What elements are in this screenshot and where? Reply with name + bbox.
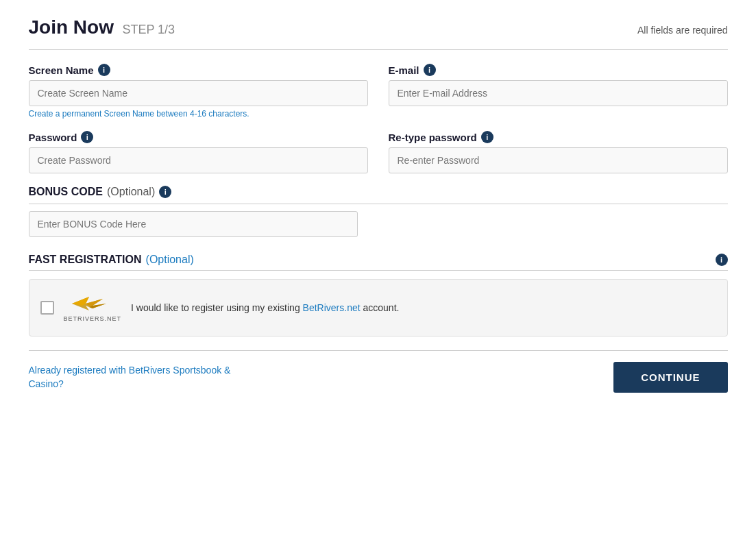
row-screen-name-email: Screen Name i Create a permanent Screen … bbox=[29, 64, 728, 119]
continue-button[interactable]: CONTINUE bbox=[613, 362, 727, 393]
header-row: Join Now STEP 1/3 All fields are require… bbox=[29, 16, 728, 38]
row-password: Password i Re-type password i bbox=[29, 131, 728, 173]
screen-name-hint: Create a permanent Screen Name between 4… bbox=[29, 109, 368, 119]
bonus-code-input[interactable] bbox=[29, 211, 358, 237]
retype-password-label: Re-type password bbox=[389, 132, 477, 143]
bonus-label-row: BONUS CODE (Optional) i bbox=[29, 186, 728, 198]
password-label-row: Password i bbox=[29, 131, 368, 143]
password-label: Password bbox=[29, 132, 77, 143]
screen-name-label-row: Screen Name i bbox=[29, 64, 368, 76]
fast-reg-divider bbox=[29, 270, 728, 271]
fast-reg-box: BETRIVERS.NET I would like to register u… bbox=[29, 279, 728, 337]
email-group: E-mail i bbox=[389, 64, 728, 119]
retype-password-info-icon[interactable]: i bbox=[481, 131, 493, 143]
retype-password-group: Re-type password i bbox=[389, 131, 728, 173]
already-registered-link[interactable]: Already registered with BetRivers Sports… bbox=[29, 364, 231, 391]
screen-name-info-icon[interactable]: i bbox=[98, 64, 110, 76]
page-title: Join Now bbox=[29, 16, 114, 38]
retype-password-input[interactable] bbox=[389, 147, 728, 173]
footer-row: Already registered with BetRivers Sports… bbox=[29, 350, 728, 404]
betrivers-text: BETRIVERS.NET bbox=[64, 315, 122, 322]
bonus-label-optional: (Optional) bbox=[107, 186, 155, 198]
email-label-row: E-mail i bbox=[389, 64, 728, 76]
email-info-icon[interactable]: i bbox=[424, 64, 436, 76]
email-input[interactable] bbox=[389, 80, 728, 106]
title-area: Join Now STEP 1/3 bbox=[29, 16, 175, 38]
fast-reg-label-row: FAST REGISTRATION (Optional) i bbox=[29, 254, 728, 266]
screen-name-input[interactable] bbox=[29, 80, 368, 106]
bonus-code-section: BONUS CODE (Optional) i bbox=[29, 186, 728, 237]
fast-registration-section: FAST REGISTRATION (Optional) i BETRIVERS… bbox=[29, 254, 728, 337]
bonus-label-bold: BONUS CODE bbox=[29, 186, 103, 198]
required-note: All fields are required bbox=[637, 25, 728, 36]
fast-reg-info-icon[interactable]: i bbox=[716, 254, 728, 266]
screen-name-group: Screen Name i Create a permanent Screen … bbox=[29, 64, 368, 119]
password-info-icon[interactable]: i bbox=[81, 131, 93, 143]
fast-reg-label-optional: (Optional) bbox=[146, 254, 194, 266]
betrivers-bird-svg bbox=[69, 293, 117, 314]
header-divider bbox=[29, 49, 728, 50]
email-label: E-mail bbox=[389, 64, 419, 76]
screen-name-label: Screen Name bbox=[29, 64, 94, 76]
password-group: Password i bbox=[29, 131, 368, 173]
password-input[interactable] bbox=[29, 147, 368, 173]
betrivers-logo: BETRIVERS.NET bbox=[64, 293, 122, 322]
bonus-info-icon[interactable]: i bbox=[159, 186, 171, 198]
fast-reg-description: I would like to register using my existi… bbox=[131, 302, 399, 313]
betrivers-checkbox[interactable] bbox=[40, 301, 54, 315]
fast-reg-label-bold: FAST REGISTRATION bbox=[29, 254, 142, 266]
betrivers-link[interactable]: BetRivers.net bbox=[303, 302, 361, 313]
retype-password-label-row: Re-type password i bbox=[389, 131, 728, 143]
fast-reg-left: FAST REGISTRATION (Optional) bbox=[29, 254, 194, 266]
bonus-divider bbox=[29, 204, 728, 204]
step-label: STEP 1/3 bbox=[122, 23, 175, 36]
